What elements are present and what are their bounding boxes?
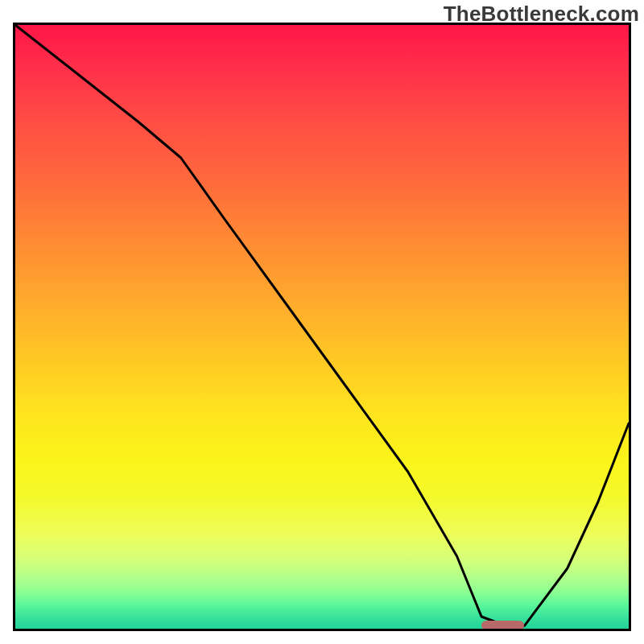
optimum-marker: [481, 621, 524, 630]
bottleneck-curve: [15, 25, 629, 629]
plot-frame: [13, 23, 631, 631]
chart-container: TheBottleneck.com: [0, 0, 644, 644]
watermark-text: TheBottleneck.com: [444, 2, 639, 27]
